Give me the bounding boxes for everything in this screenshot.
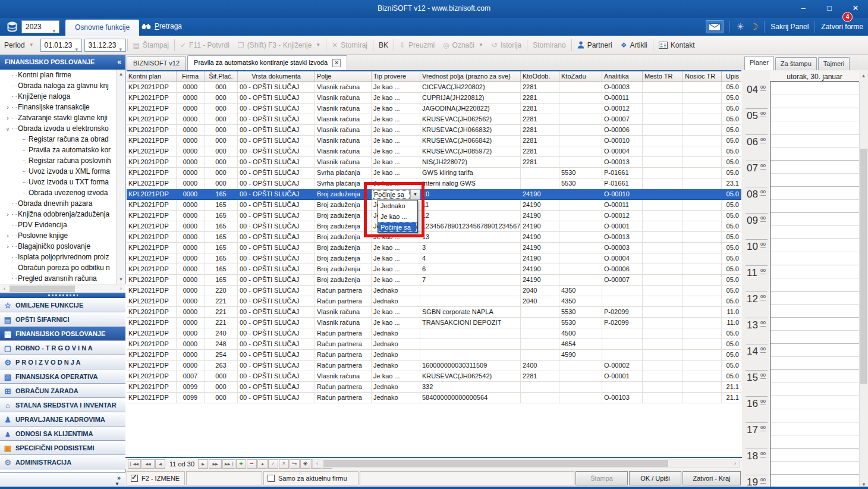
table-row[interactable]: KPL2021PDP 0000 000 00 - OPŠTI SLUČAJ Sv… (127, 168, 741, 178)
zatvori-forme-button[interactable]: Zatvori forme (821, 23, 863, 31)
scrollbar-thumb[interactable] (860, 149, 867, 384)
post-edit-icon[interactable]: ✓ (268, 459, 278, 469)
scrollbar-thumb[interactable] (323, 460, 668, 467)
scrollbar-thumb[interactable] (10, 286, 75, 292)
artikli-button[interactable]: ❖Artikli (617, 41, 652, 49)
tree-item[interactable]: Isplata poljoprivrednom proiz (0, 252, 117, 262)
sidebar-panel-button[interactable]: ADMINISTRACIJA (0, 455, 125, 469)
sidebar-panel-button[interactable]: OMILJENE FUNKCIJE (0, 298, 125, 312)
tree-expander-icon[interactable] (4, 241, 12, 252)
istorija-button[interactable]: ↺Istorija (488, 41, 526, 49)
last-record-button[interactable]: ▶▶▕ (222, 459, 235, 469)
tree-expander-icon[interactable] (4, 112, 12, 123)
table-row[interactable]: KPL2021PDP 0000 165 00 - OPŠTI SLUČAJ Br… (127, 275, 741, 286)
sidebar-panel-button[interactable]: STALNA SREDSTVA I INVENTAR (0, 398, 125, 412)
scroll-up-icon[interactable]: ▲ (859, 71, 868, 82)
tree-expander-icon[interactable] (4, 102, 12, 112)
table-row[interactable]: KPL2021PDP 0000 000 00 - OPŠTI SLUČAJ Vl… (127, 125, 741, 136)
cancel-edit-icon[interactable]: ✕ (279, 459, 289, 469)
tree-item[interactable]: Blagajničko poslovanje (0, 241, 117, 252)
next-page-button[interactable]: ▶▶ (209, 459, 222, 469)
tree-item[interactable]: Poslovne knjige (0, 230, 117, 241)
tree-item[interactable]: Obrada naloga za glavnu knj (0, 80, 117, 91)
year-select[interactable]: 2023▼ (21, 20, 59, 33)
delete-record-button[interactable]: − (247, 459, 257, 469)
table-row[interactable]: KPL2021PDP 0000 221 00 - OPŠTI SLUČAJ Vl… (127, 318, 741, 328)
knjizenje-button[interactable]: ❐(Shift) F3 - Knjiženje▼ (234, 41, 325, 49)
table-row[interactable]: KPL2021PDP 0000 248 00 - OPŠTI SLUČAJ Ra… (127, 339, 741, 350)
partneri-button[interactable]: Partneri (573, 41, 617, 49)
stornirano-button[interactable]: Stornirano (529, 41, 570, 49)
preuzmi-button[interactable]: ⇩Preuzmi (395, 41, 439, 49)
table-row[interactable]: KPL2021PDP 0000 000 00 - OPŠTI SLUČAJ Vl… (127, 146, 741, 157)
minimize-icon[interactable]: – (795, 2, 811, 14)
table-row[interactable]: KPL2021PDP 0000 000 00 - OPŠTI SLUČAJ Vl… (127, 104, 741, 114)
tree-item[interactable]: Registar računa za obrad (0, 134, 117, 145)
col-analitika[interactable]: Analitika (602, 71, 643, 82)
table-row[interactable]: KPL2021PDP 0000 000 00 - OPŠTI SLUČAJ Vl… (127, 93, 741, 104)
planner-vertical-scrollbar[interactable]: ▼ (859, 82, 868, 489)
tab-za-stampu[interactable]: Za štampu (775, 57, 817, 70)
tree-expander-icon[interactable] (4, 230, 12, 241)
period-select[interactable]: Period▼ (0, 41, 38, 49)
tree-item[interactable]: PDV Evidencija (0, 220, 117, 230)
f2-izmene-checkbox[interactable]: F2 - IZMENE (127, 471, 185, 485)
stampa-button[interactable]: Štampa (575, 471, 628, 485)
table-row[interactable]: KPL2021PDP 0000 165 00 - OPŠTI SLUČAJ Br… (127, 221, 741, 232)
tree-item[interactable]: Knjiženje naloga (0, 91, 117, 102)
table-row[interactable]: KPL2021PDP 0000 221 00 - OPŠTI SLUČAJ Vl… (127, 307, 741, 318)
tree-vertical-scrollbar[interactable]: ▲ ▼ (116, 70, 125, 284)
tree-item[interactable]: Obrada dnevnih pazara (0, 198, 117, 209)
zatvori-kraj-button[interactable]: Zatvori - Kraj (683, 471, 741, 485)
sidebar-panel-button[interactable]: FINANSIJSKO POSLOVANJE (0, 327, 125, 341)
scroll-left-icon[interactable]: ‹ (0, 284, 9, 293)
close-tab-icon[interactable]: ✕ (332, 59, 341, 67)
oznaci-button[interactable]: ◎Označi▼ (439, 41, 488, 49)
tree-expander-icon[interactable] (4, 209, 12, 220)
sidebar-panel-button[interactable]: P R O I Z V O D N J A (0, 355, 125, 369)
maximize-icon[interactable]: □ (822, 2, 837, 14)
col-kontni-plan[interactable]: Kontni plan (127, 71, 177, 82)
scroll-right-icon[interactable]: › (117, 284, 125, 293)
table-row[interactable]: KPL2021PDP 0000 165 00 - OPŠTI SLUČAJ Br… (127, 189, 741, 200)
col-sif-plac[interactable]: Šif.Plać. (205, 71, 238, 82)
mail-button[interactable] (706, 20, 724, 33)
table-row[interactable]: KPL2021PDP 0099 000 00 - OPŠTI SLUČAJ Ra… (127, 393, 741, 403)
table-row[interactable]: KPL2021PDP 0000 220 00 - OPŠTI SLUČAJ Ra… (127, 286, 741, 296)
table-row[interactable]: KPL2021PDP 0000 221 00 - OPŠTI SLUČAJ Ra… (127, 296, 741, 307)
sidebar-panel-button[interactable]: ROBNO - T R G O V I N A (0, 341, 125, 355)
tree-item[interactable]: Finansijske transakcije (0, 102, 117, 112)
scroll-left-icon[interactable]: ‹ (313, 459, 322, 468)
tree-horizontal-scrollbar[interactable]: ‹ › (0, 284, 125, 293)
potvrdi-button[interactable]: ✓F11 - Potvrdi (176, 41, 234, 49)
stampaj-button[interactable]: ▤Štampaj (129, 41, 173, 49)
date-from-input[interactable]: 01.01.23▼ (40, 39, 82, 52)
bk-button[interactable]: BK (375, 41, 392, 49)
tab-osnovne-funkcije[interactable]: Osnovne funkcije (65, 20, 139, 36)
tab-pravila-kontiranje[interactable]: Pravila za automatsko kontiranje stavki … (187, 55, 347, 70)
tree-item[interactable]: Obračun poreza po odbitku n (0, 262, 117, 273)
col-vrsta-dokumenta[interactable]: Vrsta dokumenta (238, 71, 315, 82)
sidebar-panel-button[interactable]: OBRAČUN ZARADA (0, 384, 125, 398)
sidebar-panel-button[interactable]: UPRAVLJANJE KADROVIMA (0, 412, 125, 427)
sidebar-panel-button[interactable]: ODNOSI SA KLIJENTIMA (0, 427, 125, 441)
kontakt-button[interactable]: Kontakt (655, 41, 699, 49)
table-row[interactable]: KPL2021PDP 0000 165 00 - OPŠTI SLUČAJ Br… (127, 264, 741, 275)
dark-theme-icon[interactable]: ☽ (750, 21, 758, 32)
first-record-button[interactable]: ▏◀◀ (128, 459, 141, 469)
tree-item[interactable]: Obrada uvezenog izvoda (0, 187, 117, 198)
sidebar-panel-button[interactable]: SPECIFIČNI PODSISTEMI (0, 441, 125, 455)
tree-item[interactable]: Kontni plan firme (0, 70, 117, 80)
table-row[interactable]: KPL2021PDP 0000 165 00 - OPŠTI SLUČAJ Br… (127, 253, 741, 264)
tree-expander-icon[interactable] (4, 123, 12, 134)
col-mesto-tr[interactable]: Mesto TR (643, 71, 683, 82)
col-tip-provere[interactable]: Tip provere (372, 71, 420, 82)
refresh-icon[interactable]: ↪ (290, 459, 300, 469)
add-record-button[interactable]: + (236, 459, 246, 469)
col-nosioc-tr[interactable]: Nosioc TR (683, 71, 722, 82)
table-row[interactable]: KPL2021PDP 0000 254 00 - OPŠTI SLUČAJ Ra… (127, 350, 741, 361)
next-record-button[interactable]: ▶ (198, 459, 208, 469)
col-firma[interactable]: Firma (177, 71, 205, 82)
table-row[interactable]: KPL2021PDP 0007 000 00 - OPŠTI SLUČAJ Vl… (127, 371, 741, 382)
tree-item[interactable]: Obrada izvoda u elektronsko (0, 123, 117, 134)
